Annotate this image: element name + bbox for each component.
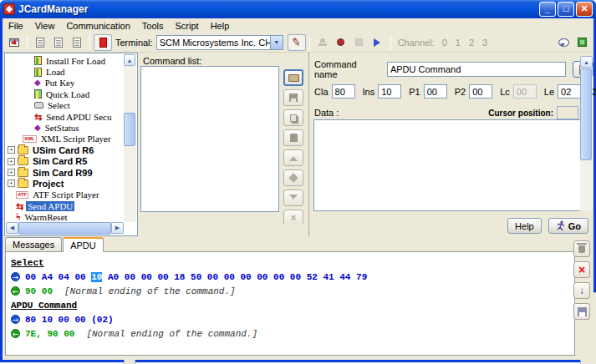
le-label: Le xyxy=(544,87,554,97)
p1-input[interactable] xyxy=(424,84,447,99)
output-panel: Messages APDU Select →00 A4 04 00 10 A0 … xyxy=(3,236,593,360)
terminal-combobox[interactable]: SCM Microsystems Inc. CHIPDRIVE Se... ▼ xyxy=(156,35,283,50)
close-button[interactable]: ✕ xyxy=(576,2,593,17)
command-name-input[interactable] xyxy=(387,62,566,77)
scroll-left-icon[interactable]: ◀ xyxy=(6,222,18,234)
open-folder-icon xyxy=(288,74,299,82)
save-icon xyxy=(289,94,298,102)
clear-log-button[interactable] xyxy=(573,240,590,257)
tree-item-setstatus[interactable]: ◆SetStatus xyxy=(6,122,124,133)
tree-item-quick-load[interactable]: Quick Load xyxy=(6,88,124,99)
smartcard-icon xyxy=(99,38,107,48)
tree-item-xml-script-player[interactable]: XMLXML Script Player xyxy=(6,134,124,144)
expand-icon[interactable]: + xyxy=(8,146,15,154)
export-log-button[interactable]: ↓ xyxy=(573,282,590,299)
command-list-label: Command list: xyxy=(143,56,201,66)
record-button[interactable] xyxy=(332,34,350,51)
speech-bubble-icon xyxy=(558,38,569,47)
tree-vertical-scrollbar[interactable]: ▲ ▼ xyxy=(124,54,136,222)
new-script-button[interactable] xyxy=(31,34,49,51)
stop-icon xyxy=(355,38,363,46)
arrow-down-icon xyxy=(289,195,298,204)
paste-command-button xyxy=(283,129,303,146)
minimize-button[interactable]: _ xyxy=(539,2,556,17)
data-textarea[interactable] xyxy=(313,119,581,211)
menu-script[interactable]: Script xyxy=(170,19,205,33)
card-icon xyxy=(34,68,42,77)
app-icon xyxy=(3,3,15,15)
menu-help[interactable]: Help xyxy=(205,19,236,33)
folder-icon xyxy=(18,146,28,154)
tab-apdu[interactable]: APDU xyxy=(63,237,104,252)
menu-tools[interactable]: Tools xyxy=(136,19,170,33)
le-input[interactable] xyxy=(558,84,581,99)
cla-input[interactable] xyxy=(332,84,355,99)
expand-icon[interactable]: + xyxy=(8,158,15,165)
form-vertical-scrollbar[interactable]: ▲ ▼ xyxy=(580,56,593,211)
select-icon xyxy=(34,102,43,109)
command-list-box[interactable] xyxy=(140,66,279,212)
tree-item-project[interactable]: +Project xyxy=(6,178,124,189)
floppy-icon xyxy=(578,307,587,316)
help-button[interactable]: Help xyxy=(507,218,542,234)
p2-input[interactable] xyxy=(469,84,492,99)
tree-item-sim-card-r99[interactable]: +Sim Card R99 xyxy=(6,167,124,178)
tree-item-sim-card-r5[interactable]: +Sim Card R5 xyxy=(6,156,124,167)
open-script-button[interactable] xyxy=(49,34,68,51)
save-log-button[interactable] xyxy=(573,303,590,320)
chevron-down-icon[interactable]: ▼ xyxy=(270,36,283,49)
play-button[interactable] xyxy=(369,34,387,51)
jcardmanager-window: JCardManager _ □ ✕ File View Communicati… xyxy=(0,0,596,362)
open-command-list-button[interactable] xyxy=(283,69,303,86)
diamond-icon xyxy=(288,173,298,182)
scroll-up-icon[interactable]: ▲ xyxy=(580,56,593,68)
delete-log-button[interactable]: × xyxy=(573,261,590,278)
tree-item-load[interactable]: Load xyxy=(6,66,124,77)
log-response-line: ←90 00[Normal ending of the command.] xyxy=(11,284,569,298)
tree-item-usim-card-r6[interactable]: +USim Card R6 xyxy=(6,144,124,155)
menu-view[interactable]: View xyxy=(29,19,61,33)
title-bar[interactable]: JCardManager _ □ ✕ xyxy=(0,0,596,18)
tree-item-atf-script-player[interactable]: ATFATF Script Player xyxy=(6,190,124,200)
lc-label: Lc xyxy=(500,87,510,97)
chip-status-button[interactable] xyxy=(573,34,591,51)
hint-button[interactable] xyxy=(554,34,573,51)
tree-item-select[interactable]: Select xyxy=(6,100,124,111)
scroll-up-icon[interactable]: ▲ xyxy=(124,54,135,66)
tree-item-send-apdu[interactable]: ⇆Send APDU xyxy=(6,200,124,211)
tree-item-install-for-load[interactable]: Install For Load xyxy=(6,55,124,66)
scrollbar-thumb[interactable] xyxy=(580,68,592,160)
tree-item-warmreset[interactable]: ϟWarmReset xyxy=(6,211,124,222)
log-response-line: ←7E, 90 00[Normal ending of the command.… xyxy=(11,326,569,341)
go-button[interactable]: Go xyxy=(548,218,588,234)
export-window-button[interactable] xyxy=(5,34,23,51)
toolbar-separator xyxy=(309,35,310,50)
channel-2: 2 xyxy=(469,38,474,48)
scrollbar-thumb[interactable] xyxy=(124,113,135,146)
expand-icon[interactable]: + xyxy=(8,179,15,187)
menu-file[interactable]: File xyxy=(3,19,29,33)
tree-item-put-key[interactable]: ◆Put Key xyxy=(6,78,124,88)
tree-horizontal-scrollbar[interactable]: ◀ ▶ xyxy=(6,222,124,235)
scroll-right-icon[interactable]: ▶ xyxy=(111,222,124,234)
ins-input[interactable] xyxy=(378,84,401,99)
send-apdu-icon: ⇆ xyxy=(34,113,42,121)
document-icon xyxy=(73,38,81,48)
command-sent-icon: → xyxy=(11,272,20,281)
tree-item-send-apdu-secure[interactable]: ⇆Send APDU Secu xyxy=(6,111,124,122)
scrollbar-thumb[interactable] xyxy=(18,222,111,235)
edit-pen-button[interactable]: ✎ xyxy=(288,34,306,51)
terminal-value: SCM Microsystems Inc. CHIPDRIVE Se... xyxy=(157,38,270,48)
chip-icon xyxy=(578,38,587,47)
save-script-button[interactable] xyxy=(68,34,86,51)
response-icon: ← xyxy=(11,286,20,296)
maximize-button[interactable]: □ xyxy=(558,2,574,17)
tab-messages[interactable]: Messages xyxy=(5,237,62,251)
menu-communication[interactable]: Communication xyxy=(60,19,135,33)
expand-icon[interactable]: + xyxy=(8,169,15,176)
apdu-log[interactable]: Select →00 A4 04 00 10 A0 00 00 00 18 50… xyxy=(5,251,575,356)
card-reader-button[interactable] xyxy=(94,34,112,51)
ins-label: Ins xyxy=(363,87,375,97)
send-apdu-icon: ⇆ xyxy=(16,202,23,210)
cursor-position-box xyxy=(557,106,578,119)
